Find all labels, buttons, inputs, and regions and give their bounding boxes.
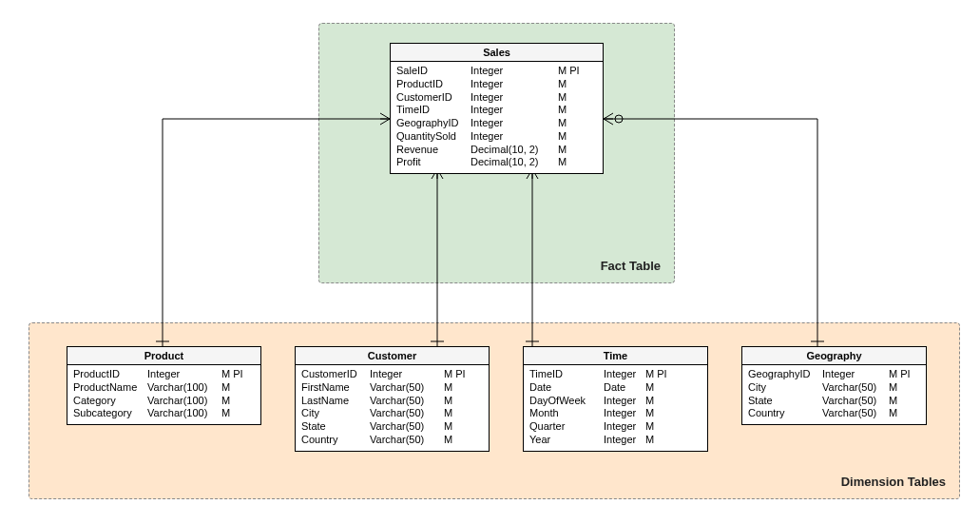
- table-time[interactable]: Time TimeIDIntegerM PI DateDateM DayOfWe…: [523, 346, 708, 452]
- table-product-body: ProductIDIntegerM PI ProductNameVarchar(…: [67, 365, 260, 424]
- table-row: GeographyIDIntegerM: [396, 117, 597, 130]
- table-customer-body: CustomerIDIntegerM PI FirstNameVarchar(5…: [296, 365, 489, 451]
- table-row: ProductIDIntegerM: [396, 78, 597, 91]
- table-customer[interactable]: Customer CustomerIDIntegerM PI FirstName…: [295, 346, 490, 452]
- table-row: TimeIDIntegerM PI: [529, 368, 701, 381]
- table-geography-title: Geography: [742, 347, 926, 365]
- table-sales[interactable]: Sales SaleIDIntegerM PI ProductIDInteger…: [390, 43, 604, 174]
- table-row: CustomerIDIntegerM: [396, 91, 597, 105]
- table-row: CategoryVarchar(100)M: [73, 395, 255, 408]
- table-row: MonthIntegerM: [529, 407, 701, 420]
- table-product[interactable]: Product ProductIDIntegerM PI ProductName…: [67, 346, 261, 425]
- table-row: DayOfWeekIntegerM: [529, 395, 701, 408]
- table-row: ProductIDIntegerM PI: [73, 368, 255, 381]
- table-geography-body: GeographyIDIntegerM PI CityVarchar(50)M …: [742, 365, 926, 424]
- table-time-title: Time: [524, 347, 707, 365]
- table-row: CountryVarchar(50)M: [748, 407, 920, 420]
- table-row: FirstNameVarchar(50)M: [301, 381, 483, 395]
- table-row: YearIntegerM: [529, 434, 701, 447]
- table-row: GeographyIDIntegerM PI: [748, 368, 920, 381]
- table-row: QuarterIntegerM: [529, 420, 701, 434]
- table-row: CityVarchar(50)M: [748, 381, 920, 395]
- table-sales-title: Sales: [391, 44, 603, 62]
- table-row: StateVarchar(50)M: [301, 420, 483, 434]
- table-row: ProfitDecimal(10, 2)M: [396, 156, 597, 169]
- dimension-tables-label: Dimension Tables: [841, 475, 946, 489]
- table-row: CityVarchar(50)M: [301, 407, 483, 420]
- table-product-title: Product: [67, 347, 260, 365]
- table-row: TimeIDIntegerM: [396, 104, 597, 117]
- table-row: StateVarchar(50)M: [748, 395, 920, 408]
- table-row: SubcategoryVarchar(100)M: [73, 407, 255, 420]
- table-time-body: TimeIDIntegerM PI DateDateM DayOfWeekInt…: [524, 365, 707, 451]
- table-row: CustomerIDIntegerM PI: [301, 368, 483, 381]
- table-row: LastNameVarchar(50)M: [301, 395, 483, 408]
- table-row: SaleIDIntegerM PI: [396, 65, 597, 78]
- table-customer-title: Customer: [296, 347, 489, 365]
- table-row: ProductNameVarchar(100)M: [73, 381, 255, 395]
- table-geography[interactable]: Geography GeographyIDIntegerM PI CityVar…: [741, 346, 927, 425]
- table-row: CountryVarchar(50)M: [301, 434, 483, 447]
- table-row: QuantitySoldIntegerM: [396, 130, 597, 144]
- table-sales-body: SaleIDIntegerM PI ProductIDIntegerM Cust…: [391, 62, 603, 173]
- fact-table-label: Fact Table: [601, 259, 661, 273]
- table-row: RevenueDecimal(10, 2)M: [396, 144, 597, 157]
- table-row: DateDateM: [529, 381, 701, 395]
